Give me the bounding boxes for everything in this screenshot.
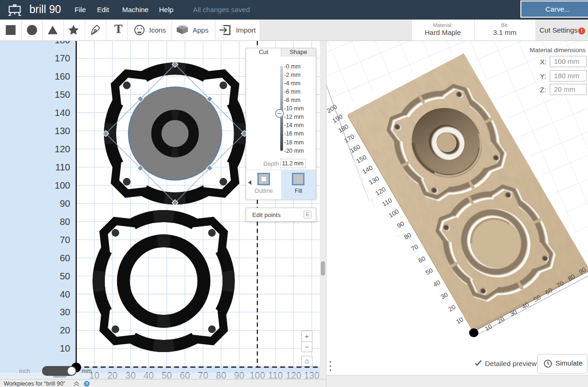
svg-text:150: 150 [55, 89, 70, 100]
svg-text:60: 60 [60, 253, 70, 263]
svg-text:110: 110 [55, 162, 70, 172]
svg-text:T: T [114, 22, 123, 36]
svg-text:10: 10 [60, 343, 70, 353]
svg-text:70: 70 [60, 235, 70, 245]
svg-text:90: 90 [60, 198, 70, 209]
svg-text:50: 50 [60, 271, 70, 281]
svg-text:40: 40 [60, 289, 70, 299]
svg-text:130: 130 [55, 126, 70, 136]
svg-text:170: 170 [55, 53, 70, 63]
svg-text:180: 180 [55, 41, 70, 45]
svg-text:120: 120 [55, 144, 70, 154]
svg-text:140: 140 [55, 108, 70, 118]
svg-text:30: 30 [60, 307, 70, 317]
svg-text:100: 100 [55, 180, 70, 190]
svg-text:160: 160 [55, 71, 70, 81]
svg-text:80: 80 [60, 217, 70, 227]
svg-text:20: 20 [60, 325, 70, 335]
